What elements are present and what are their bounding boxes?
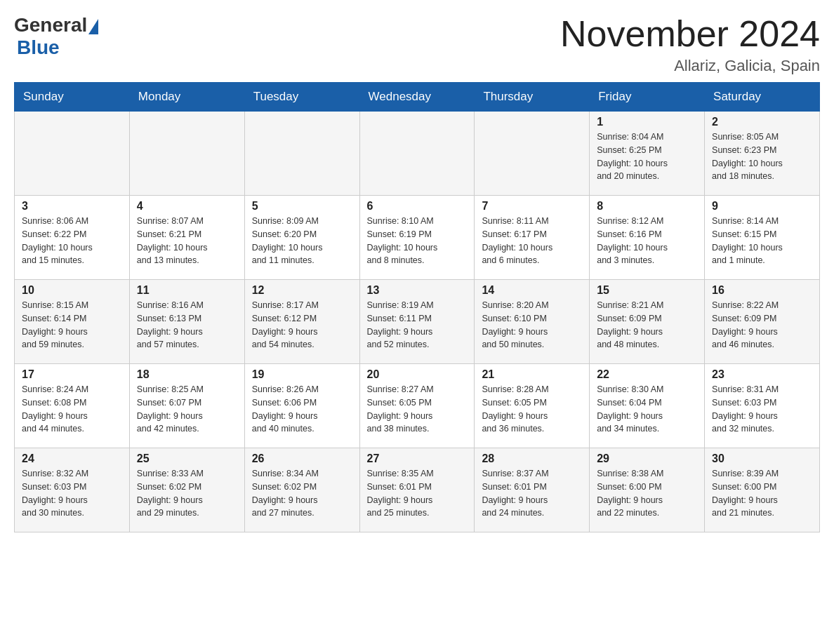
day-number: 29 xyxy=(597,452,697,465)
day-number: 27 xyxy=(367,452,468,465)
calendar-cell: 22Sunrise: 8:30 AM Sunset: 6:04 PM Dayli… xyxy=(590,364,705,448)
day-info: Sunrise: 8:24 AM Sunset: 6:08 PM Dayligh… xyxy=(22,383,122,436)
day-number: 3 xyxy=(22,200,122,213)
day-header-thursday: Thursday xyxy=(475,83,590,112)
day-number: 26 xyxy=(252,452,352,465)
calendar-cell xyxy=(244,112,359,196)
day-info: Sunrise: 8:33 AM Sunset: 6:02 PM Dayligh… xyxy=(137,467,237,520)
day-number: 30 xyxy=(712,452,812,465)
day-info: Sunrise: 8:10 AM Sunset: 6:19 PM Dayligh… xyxy=(367,215,468,267)
day-number: 15 xyxy=(597,284,697,297)
day-info: Sunrise: 8:06 AM Sunset: 6:22 PM Dayligh… xyxy=(22,215,122,267)
calendar-cell: 2Sunrise: 8:05 AM Sunset: 6:23 PM Daylig… xyxy=(705,112,820,196)
day-number: 2 xyxy=(712,116,812,128)
day-info: Sunrise: 8:11 AM Sunset: 6:17 PM Dayligh… xyxy=(482,215,582,267)
day-header-tuesday: Tuesday xyxy=(244,83,359,112)
day-header-wednesday: Wednesday xyxy=(359,83,475,112)
calendar-cell xyxy=(475,112,590,196)
calendar-cell: 5Sunrise: 8:09 AM Sunset: 6:20 PM Daylig… xyxy=(244,196,359,280)
calendar-cell: 6Sunrise: 8:10 AM Sunset: 6:19 PM Daylig… xyxy=(359,196,475,280)
day-info: Sunrise: 8:15 AM Sunset: 6:14 PM Dayligh… xyxy=(22,299,122,351)
calendar-cell xyxy=(15,112,130,196)
day-number: 14 xyxy=(482,284,582,297)
day-number: 23 xyxy=(712,368,812,381)
day-number: 28 xyxy=(482,452,582,465)
day-info: Sunrise: 8:32 AM Sunset: 6:03 PM Dayligh… xyxy=(22,467,122,520)
day-number: 9 xyxy=(712,200,812,213)
day-number: 8 xyxy=(597,200,697,213)
day-info: Sunrise: 8:20 AM Sunset: 6:10 PM Dayligh… xyxy=(482,299,582,351)
calendar-cell: 19Sunrise: 8:26 AM Sunset: 6:06 PM Dayli… xyxy=(244,364,359,448)
day-info: Sunrise: 8:39 AM Sunset: 6:00 PM Dayligh… xyxy=(712,467,812,520)
logo-blue-text: Blue xyxy=(17,36,60,58)
day-info: Sunrise: 8:38 AM Sunset: 6:00 PM Dayligh… xyxy=(597,467,697,520)
calendar-cell xyxy=(359,112,475,196)
calendar-cell: 12Sunrise: 8:17 AM Sunset: 6:12 PM Dayli… xyxy=(244,280,359,364)
day-header-friday: Friday xyxy=(590,83,705,112)
logo-general-text: General xyxy=(14,14,87,36)
day-info: Sunrise: 8:12 AM Sunset: 6:16 PM Dayligh… xyxy=(597,215,697,267)
day-info: Sunrise: 8:37 AM Sunset: 6:01 PM Dayligh… xyxy=(482,467,582,520)
calendar-cell: 13Sunrise: 8:19 AM Sunset: 6:11 PM Dayli… xyxy=(359,280,475,364)
day-number: 24 xyxy=(22,452,122,465)
day-info: Sunrise: 8:09 AM Sunset: 6:20 PM Dayligh… xyxy=(252,215,352,267)
calendar-cell: 15Sunrise: 8:21 AM Sunset: 6:09 PM Dayli… xyxy=(590,280,705,364)
calendar-cell: 23Sunrise: 8:31 AM Sunset: 6:03 PM Dayli… xyxy=(705,364,820,448)
calendar-cell: 25Sunrise: 8:33 AM Sunset: 6:02 PM Dayli… xyxy=(129,448,244,532)
calendar-title: November 2024 xyxy=(560,14,820,54)
calendar-cell: 21Sunrise: 8:28 AM Sunset: 6:05 PM Dayli… xyxy=(475,364,590,448)
day-number: 25 xyxy=(137,452,237,465)
calendar-cell: 8Sunrise: 8:12 AM Sunset: 6:16 PM Daylig… xyxy=(590,196,705,280)
calendar-cell: 27Sunrise: 8:35 AM Sunset: 6:01 PM Dayli… xyxy=(359,448,475,532)
day-info: Sunrise: 8:16 AM Sunset: 6:13 PM Dayligh… xyxy=(137,299,237,351)
day-number: 21 xyxy=(482,368,582,381)
day-info: Sunrise: 8:17 AM Sunset: 6:12 PM Dayligh… xyxy=(252,299,352,351)
calendar-week-3: 10Sunrise: 8:15 AM Sunset: 6:14 PM Dayli… xyxy=(15,280,820,364)
calendar-cell: 3Sunrise: 8:06 AM Sunset: 6:22 PM Daylig… xyxy=(15,196,130,280)
calendar-cell: 4Sunrise: 8:07 AM Sunset: 6:21 PM Daylig… xyxy=(129,196,244,280)
title-section: November 2024 Allariz, Galicia, Spain xyxy=(560,14,820,75)
day-number: 16 xyxy=(712,284,812,297)
day-info: Sunrise: 8:35 AM Sunset: 6:01 PM Dayligh… xyxy=(367,467,468,520)
calendar-week-5: 24Sunrise: 8:32 AM Sunset: 6:03 PM Dayli… xyxy=(15,448,820,532)
day-info: Sunrise: 8:14 AM Sunset: 6:15 PM Dayligh… xyxy=(712,215,812,267)
calendar-cell: 26Sunrise: 8:34 AM Sunset: 6:02 PM Dayli… xyxy=(244,448,359,532)
day-header-monday: Monday xyxy=(129,83,244,112)
page-header: General Blue November 2024 Allariz, Gali… xyxy=(14,14,820,75)
day-number: 20 xyxy=(367,368,468,381)
day-number: 4 xyxy=(137,200,237,213)
day-number: 6 xyxy=(367,200,468,213)
calendar-cell: 30Sunrise: 8:39 AM Sunset: 6:00 PM Dayli… xyxy=(705,448,820,532)
day-number: 7 xyxy=(482,200,582,213)
day-info: Sunrise: 8:30 AM Sunset: 6:04 PM Dayligh… xyxy=(597,383,697,436)
calendar-cell: 17Sunrise: 8:24 AM Sunset: 6:08 PM Dayli… xyxy=(15,364,130,448)
day-header-saturday: Saturday xyxy=(705,83,820,112)
calendar-week-2: 3Sunrise: 8:06 AM Sunset: 6:22 PM Daylig… xyxy=(15,196,820,280)
calendar-cell: 18Sunrise: 8:25 AM Sunset: 6:07 PM Dayli… xyxy=(129,364,244,448)
day-number: 22 xyxy=(597,368,697,381)
calendar-cell: 10Sunrise: 8:15 AM Sunset: 6:14 PM Dayli… xyxy=(15,280,130,364)
day-info: Sunrise: 8:21 AM Sunset: 6:09 PM Dayligh… xyxy=(597,299,697,351)
day-info: Sunrise: 8:22 AM Sunset: 6:09 PM Dayligh… xyxy=(712,299,812,351)
day-info: Sunrise: 8:04 AM Sunset: 6:25 PM Dayligh… xyxy=(597,130,697,183)
calendar-header-row: SundayMondayTuesdayWednesdayThursdayFrid… xyxy=(15,83,820,112)
day-info: Sunrise: 8:31 AM Sunset: 6:03 PM Dayligh… xyxy=(712,383,812,436)
calendar-cell: 9Sunrise: 8:14 AM Sunset: 6:15 PM Daylig… xyxy=(705,196,820,280)
calendar-cell: 24Sunrise: 8:32 AM Sunset: 6:03 PM Dayli… xyxy=(15,448,130,532)
day-number: 19 xyxy=(252,368,352,381)
day-number: 1 xyxy=(597,116,697,128)
calendar-cell: 16Sunrise: 8:22 AM Sunset: 6:09 PM Dayli… xyxy=(705,280,820,364)
day-info: Sunrise: 8:27 AM Sunset: 6:05 PM Dayligh… xyxy=(367,383,468,436)
day-number: 5 xyxy=(252,200,352,213)
day-header-sunday: Sunday xyxy=(15,83,130,112)
day-number: 13 xyxy=(367,284,468,297)
logo: General Blue xyxy=(14,14,100,59)
day-info: Sunrise: 8:25 AM Sunset: 6:07 PM Dayligh… xyxy=(137,383,237,436)
day-info: Sunrise: 8:07 AM Sunset: 6:21 PM Dayligh… xyxy=(137,215,237,267)
calendar-cell: 7Sunrise: 8:11 AM Sunset: 6:17 PM Daylig… xyxy=(475,196,590,280)
calendar-cell: 14Sunrise: 8:20 AM Sunset: 6:10 PM Dayli… xyxy=(475,280,590,364)
calendar-subtitle: Allariz, Galicia, Spain xyxy=(560,57,820,75)
day-info: Sunrise: 8:28 AM Sunset: 6:05 PM Dayligh… xyxy=(482,383,582,436)
calendar-week-4: 17Sunrise: 8:24 AM Sunset: 6:08 PM Dayli… xyxy=(15,364,820,448)
calendar-cell: 28Sunrise: 8:37 AM Sunset: 6:01 PM Dayli… xyxy=(475,448,590,532)
